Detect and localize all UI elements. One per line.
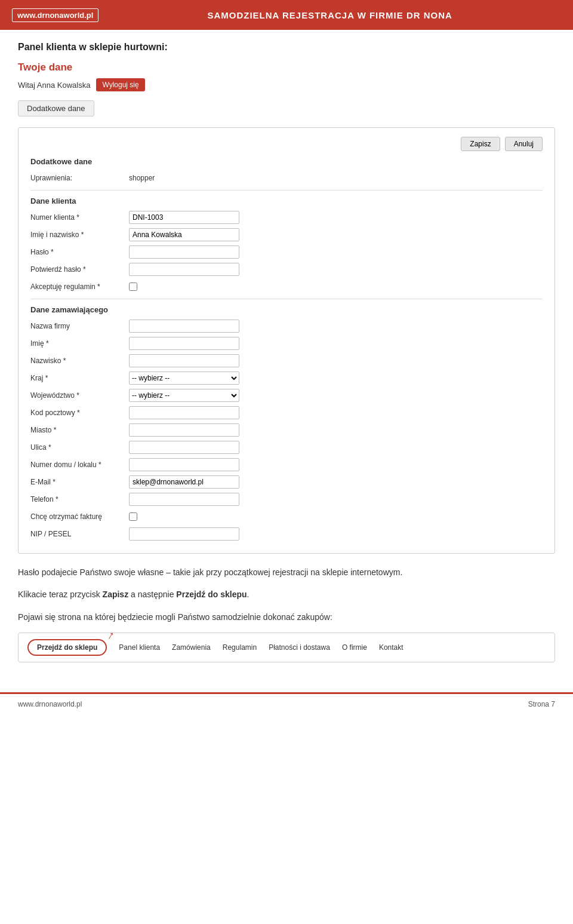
kod-pocztowy-row: Kod pocztowy * xyxy=(30,406,543,420)
wojewodztwo-label: Województwo * xyxy=(30,391,129,400)
nazwisko-label: Nazwisko * xyxy=(30,357,129,365)
nip-label: NIP / PESEL xyxy=(30,530,129,538)
kod-pocztowy-input[interactable] xyxy=(129,406,239,419)
chce-fakture-row: Chcę otrzymać fakturę xyxy=(30,509,543,524)
page-heading: Panel klienta w sklepie hurtowni: xyxy=(18,42,555,53)
form-panel: Zapisz Anuluj Dodatkowe dane Uprawnienia… xyxy=(18,127,555,554)
nazwisko-row: Nazwisko * xyxy=(30,354,543,368)
haslo-input[interactable] xyxy=(129,245,239,259)
footer: www.drnonaworld.pl Strona 7 xyxy=(0,692,573,714)
nazwa-firmy-input[interactable] xyxy=(129,320,239,333)
ulica-label: Ulica * xyxy=(30,443,129,452)
potwierdz-haslo-input[interactable] xyxy=(129,263,239,276)
email-row: E-Mail * xyxy=(30,475,543,489)
uprawnienia-value: shopper xyxy=(129,174,155,182)
section-title: Twoje dane xyxy=(18,62,555,73)
header-title: SAMODZIELNA REJESTRACJA W FIRMIE DR NONA xyxy=(98,10,561,20)
nazwisko-input[interactable] xyxy=(129,354,239,367)
user-greeting: Witaj Anna Kowalska xyxy=(18,81,90,90)
imie-nazwisko-input[interactable] xyxy=(129,228,239,241)
potwierdz-haslo-label: Potwierdź hasło * xyxy=(30,265,129,274)
dane-klienta-title: Dane klienta xyxy=(30,197,543,205)
uprawnienia-row: Uprawnienia: shopper xyxy=(30,171,543,185)
bottom-text-2-suffix: . xyxy=(247,590,249,599)
miasto-row: Miasto * xyxy=(30,423,543,437)
arrow-icon: ↑ xyxy=(105,628,117,643)
kod-pocztowy-label: Kod pocztowy * xyxy=(30,409,129,417)
action-buttons: Zapisz Anuluj xyxy=(461,137,543,151)
imie-label: Imię * xyxy=(30,339,129,348)
akceptuje-regulamin-row: Akceptuję regulamin * xyxy=(30,280,543,294)
telefon-label: Telefon * xyxy=(30,495,129,504)
kraj-select[interactable]: -- wybierz -- xyxy=(129,372,239,385)
wojewodztwo-row: Województwo * -- wybierz -- xyxy=(30,388,543,403)
numer-klienta-input[interactable] xyxy=(129,211,239,224)
form-panel-header: Zapisz Anuluj xyxy=(30,137,543,151)
numer-domu-input[interactable] xyxy=(129,458,239,471)
divider2 xyxy=(30,299,543,299)
nazwa-firmy-label: Nazwa firmy xyxy=(30,322,129,330)
ulica-row: Ulica * xyxy=(30,440,543,455)
nav-panel-klienta[interactable]: Panel klienta xyxy=(119,643,160,652)
cancel-button[interactable]: Anuluj xyxy=(505,137,543,151)
akceptuje-regulamin-checkbox[interactable] xyxy=(129,283,137,291)
numer-domu-label: Numer domu / lokalu * xyxy=(30,461,129,469)
imie-nazwisko-label: Imię i nazwisko * xyxy=(30,231,129,239)
bottom-text-2-prefix: Klikacie teraz przycisk xyxy=(18,590,103,599)
nazwa-firmy-row: Nazwa firmy xyxy=(30,319,543,333)
nav-o-firmie[interactable]: O firmie xyxy=(342,643,367,652)
ulica-input[interactable] xyxy=(129,441,239,454)
imie-input[interactable] xyxy=(129,337,239,350)
nav-mockup: Przejdź do sklepu ↑ Panel klienta Zamówi… xyxy=(18,633,555,662)
wojewodztwo-select[interactable]: -- wybierz -- xyxy=(129,389,239,402)
numer-klienta-label: Numer klienta * xyxy=(30,213,129,222)
divider xyxy=(30,190,543,191)
numer-klienta-row: Numer klienta * xyxy=(30,210,543,225)
header-logo: www.drnonaworld.pl xyxy=(12,8,98,22)
numer-domu-row: Numer domu / lokalu * xyxy=(30,458,543,472)
nip-input[interactable] xyxy=(129,527,239,541)
dodatkowe-dane-button[interactable]: Dodatkowe dane xyxy=(18,100,94,116)
footer-website: www.drnonaworld.pl xyxy=(18,700,82,708)
main-content: Panel klienta w sklepie hurtowni: Twoje … xyxy=(0,30,573,674)
imie-nazwisko-row: Imię i nazwisko * xyxy=(30,228,543,242)
przejdz-do-sklepu-button[interactable]: Przejdź do sklepu xyxy=(27,639,107,656)
miasto-input[interactable] xyxy=(129,423,239,437)
save-button[interactable]: Zapisz xyxy=(461,137,500,151)
potwierdz-haslo-row: Potwierdź hasło * xyxy=(30,262,543,277)
kraj-label: Kraj * xyxy=(30,374,129,382)
nav-kontakt[interactable]: Kontakt xyxy=(379,643,403,652)
dodatkowe-btn-wrap: Dodatkowe dane xyxy=(18,100,555,116)
haslo-row: Hasło * xyxy=(30,245,543,259)
chce-fakture-checkbox[interactable] xyxy=(129,512,137,521)
bottom-text-3: Pojawi się strona na której będziecie mo… xyxy=(18,610,555,624)
header: www.drnonaworld.pl SAMODZIELNA REJESTRAC… xyxy=(0,0,573,30)
miasto-label: Miasto * xyxy=(30,426,129,434)
logout-button[interactable]: Wyloguj się xyxy=(96,78,144,91)
telefon-input[interactable] xyxy=(129,493,239,506)
bottom-zapisz-bold: Zapisz xyxy=(103,590,129,599)
dodatkowe-dane-section-title: Dodatkowe dane xyxy=(30,157,543,166)
bottom-przejdz-bold: Przejdź do sklepu xyxy=(176,590,247,599)
bottom-text-1: Hasło podajecie Państwo swoje własne – t… xyxy=(18,566,555,579)
chce-fakture-label: Chcę otrzymać fakturę xyxy=(30,512,129,521)
nav-platnosci[interactable]: Płatności i dostawa xyxy=(269,643,330,652)
footer-page-label: Strona 7 xyxy=(528,700,555,708)
bottom-text-2: Klikacie teraz przycisk Zapisz a następn… xyxy=(18,588,555,601)
uprawnienia-label: Uprawnienia: xyxy=(30,174,129,182)
kraj-row: Kraj * -- wybierz -- xyxy=(30,371,543,385)
imie-row: Imię * xyxy=(30,336,543,351)
bottom-text-2-middle: a następnie xyxy=(128,590,176,599)
dane-zamawiajacego-title: Dane zamawiającego xyxy=(30,305,543,314)
nav-zamowienia[interactable]: Zamówienia xyxy=(172,643,211,652)
email-label: E-Mail * xyxy=(30,478,129,486)
akceptuje-regulamin-label: Akceptuję regulamin * xyxy=(30,283,129,291)
nip-row: NIP / PESEL xyxy=(30,527,543,541)
haslo-label: Hasło * xyxy=(30,248,129,256)
email-input[interactable] xyxy=(129,475,239,489)
user-info-bar: Witaj Anna Kowalska Wyloguj się xyxy=(18,78,555,91)
nav-regulamin[interactable]: Regulamin xyxy=(223,643,257,652)
telefon-row: Telefon * xyxy=(30,492,543,506)
